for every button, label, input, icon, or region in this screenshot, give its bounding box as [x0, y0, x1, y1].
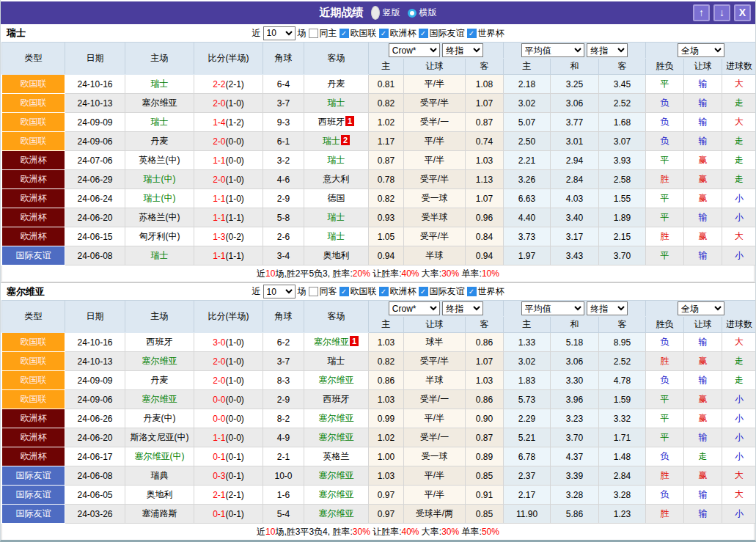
type-badge: 欧洲杯	[2, 227, 65, 246]
checkbox-checked-icon[interactable]: ✓	[340, 29, 349, 38]
near-label: 近	[252, 27, 261, 40]
league-checkbox-2[interactable]: ✓国际友谊	[419, 27, 465, 40]
date-cell: 24-06-15	[65, 227, 125, 246]
league-filters: ✓欧国联✓欧洲杯✓国际友谊✓世界杯	[340, 285, 504, 298]
odds-home-cell: 0.94	[369, 246, 404, 265]
handicap-line-cell: 平/半	[404, 486, 466, 505]
bookmaker-select[interactable]: Crow*	[389, 301, 440, 315]
result-cell: 负	[646, 486, 684, 505]
checkbox-checked-icon[interactable]: ✓	[419, 29, 428, 38]
score-cell: 1-1(0-0)	[194, 151, 263, 170]
result-cell: 负	[646, 132, 684, 151]
move-down-button[interactable]: ↓	[713, 4, 730, 21]
league-label: 国际友谊	[430, 285, 465, 298]
avg-draw-cell: 4.37	[551, 447, 599, 466]
league-checkbox-0[interactable]: ✓欧国联	[340, 27, 377, 40]
checkbox-unchecked-icon[interactable]	[309, 287, 318, 296]
avg-away-cell: 1.89	[599, 208, 646, 227]
match-count-select[interactable]: 10	[263, 285, 296, 299]
summary-text: 近	[257, 268, 265, 279]
goals-result-cell: 小	[722, 246, 756, 265]
checkbox-checked-icon[interactable]: ✓	[419, 287, 428, 296]
avg-draw-cell: 5.18	[551, 333, 599, 352]
handicap-line-cell: 平/半	[404, 132, 466, 151]
final-odds-select[interactable]: 终指	[442, 301, 483, 315]
move-up-button[interactable]: ↑	[693, 4, 710, 21]
final-odds-select[interactable]: 终指	[442, 43, 483, 57]
checkbox-unchecked-icon[interactable]	[309, 29, 318, 38]
avg-home-cell: 2.29	[504, 409, 551, 428]
same-venue-checkbox[interactable]: 同主	[309, 27, 337, 40]
summary-rate-value: 40%	[401, 527, 419, 537]
checkbox-checked-icon[interactable]: ✓	[379, 287, 389, 296]
odds-home-cell: 1.05	[369, 227, 404, 246]
type-badge: 欧洲杯	[2, 208, 65, 227]
radio-unselected-icon[interactable]	[408, 9, 416, 18]
score-cell: 2-0(1-0)	[194, 352, 263, 371]
checkbox-checked-icon[interactable]: ✓	[467, 287, 477, 296]
home-cell: 丹麦(中)	[125, 409, 194, 428]
fulltime-group-header: 全场	[646, 301, 756, 317]
result-cell: 胜	[646, 227, 684, 246]
league-checkbox-2[interactable]: ✓国际友谊	[419, 285, 465, 298]
table-row: 国际友谊24-06-05奥地利2-1(2-1)1-6塞尔维亚0.97平/半0.9…	[2, 486, 756, 505]
away-cell: 塞尔维亚1	[304, 333, 369, 352]
odds-away-cell: 0.91	[466, 486, 504, 505]
col-header-away: 客场	[304, 301, 369, 333]
league-checkbox-1[interactable]: ✓欧洲杯	[379, 285, 416, 298]
same-venue-checkbox[interactable]: 同客	[309, 285, 337, 298]
league-checkbox-1[interactable]: ✓欧洲杯	[379, 27, 416, 40]
score-cell: 0-3(0-1)	[194, 466, 263, 486]
radio-selected-icon[interactable]	[371, 6, 380, 20]
odds-away-cell: 1.07	[466, 94, 504, 113]
sub-header-avg-away: 客	[599, 59, 646, 75]
red-card-badge: 2	[341, 135, 350, 145]
avg-final-odds-select[interactable]: 终指	[587, 43, 628, 57]
league-checkbox-0[interactable]: ✓欧国联	[340, 285, 377, 298]
away-team-name: 瑞士	[328, 98, 345, 108]
layout-horizontal-radio[interactable]: 横版	[408, 7, 437, 19]
home-team-name: 瑞士	[151, 78, 169, 89]
same-venue-label: 同主	[320, 27, 337, 40]
checkbox-checked-icon[interactable]: ✓	[467, 29, 477, 38]
games-label: 场	[298, 27, 307, 40]
match-count-select[interactable]: 10	[263, 26, 296, 40]
table-row: 欧国联24-10-13塞尔维亚2-0(1-0)3-7瑞士0.82受平/半1.07…	[2, 352, 756, 371]
sub-header-handicap: 让球	[404, 317, 466, 333]
away-team-name: 西班牙	[318, 117, 345, 127]
average-select[interactable]: 平均值	[521, 43, 584, 57]
checkbox-checked-icon[interactable]: ✓	[340, 287, 349, 296]
fulltime-score: 1-1	[213, 194, 225, 204]
away-team-name: 瑞士	[328, 231, 345, 241]
handicap-result-cell: 赢	[684, 151, 722, 170]
away-cell: 塞尔维亚	[304, 466, 369, 486]
titlebar-buttons: ↑ ↓ X	[693, 4, 751, 21]
average-select[interactable]: 平均值	[521, 301, 584, 315]
league-checkbox-3[interactable]: ✓世界杯	[467, 27, 504, 40]
avg-final-odds-select[interactable]: 终指	[587, 301, 628, 315]
table-row: 国际友谊24-06-08瑞典0-3(0-1)10-0塞尔维亚1.03平/半0.8…	[2, 466, 756, 486]
goals-result-cell: 大	[722, 466, 756, 486]
halftime-score: (0-1)	[226, 471, 244, 481]
layout-vertical-radio[interactable]: 竖版	[371, 6, 400, 20]
scope-select[interactable]: 全场	[678, 301, 724, 315]
date-cell: 24-06-08	[65, 246, 125, 265]
score-cell: 2-0(1-0)	[194, 170, 263, 189]
score-cell: 1-1(1-1)	[194, 208, 263, 227]
checkbox-checked-icon[interactable]: ✓	[379, 29, 389, 38]
bookmaker-select[interactable]: Crow*	[389, 43, 440, 57]
summary-text: 场,胜3平3负4, 胜率:	[275, 527, 352, 537]
table-row: 欧洲杯24-06-24瑞士(中)1-1(1-0)2-9德国0.82受一球1.07…	[2, 189, 756, 208]
result-cell: 负	[646, 94, 684, 113]
date-cell: 24-09-09	[65, 113, 125, 132]
goals-result-cell: 大	[722, 486, 756, 505]
results-body: 欧国联24-10-16西班牙3-0(1-0)6-2塞尔维亚11.03球半0.86…	[2, 333, 756, 524]
table-row: 欧洲杯24-06-17塞尔维亚(中)0-1(0-1)2-1英格兰1.00受一球0…	[2, 447, 756, 466]
type-badge: 欧洲杯	[2, 189, 65, 208]
home-cell: 丹麦	[125, 132, 194, 151]
scope-select[interactable]: 全场	[678, 43, 724, 57]
sub-header-handicap-result: 让球	[684, 317, 722, 333]
handicap-result-cell: 赢	[684, 466, 722, 486]
close-button[interactable]: X	[734, 4, 751, 21]
league-checkbox-3[interactable]: ✓世界杯	[467, 285, 504, 298]
